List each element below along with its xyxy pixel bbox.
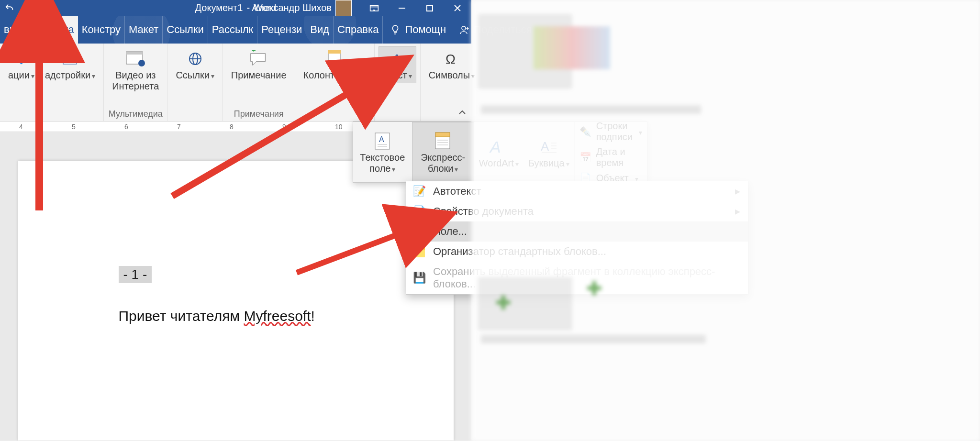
account-area[interactable]: Александр Шихов	[252, 0, 352, 16]
svg-text:Ω: Ω	[445, 52, 456, 66]
tab-mailings[interactable]: Рассылк	[208, 16, 257, 44]
addins-btn[interactable]: адстройки	[41, 46, 100, 83]
qat-customize-icon[interactable]	[21, 1, 34, 15]
svg-rect-2	[427, 5, 433, 11]
collapse-ribbon-icon[interactable]	[457, 108, 468, 118]
organizer-icon: 🗂️	[414, 246, 424, 257]
quick-parts-btn[interactable]: Экспресс- блоки	[412, 122, 474, 182]
headerfooter-icon	[324, 49, 345, 69]
avatar	[335, 0, 352, 16]
body-text[interactable]: Привет читателям Myfreesoft!	[119, 308, 353, 324]
svg-text:+: +	[251, 50, 256, 54]
tab-design[interactable]: Констру	[78, 16, 125, 44]
window-controls	[360, 0, 471, 16]
user-name: Александр Шихов	[252, 2, 332, 13]
group-links: Ссылки	[167, 44, 223, 121]
svg-text:A: A	[379, 135, 384, 143]
tab-layout[interactable]: Макет	[125, 16, 163, 44]
group-text: A Текст	[375, 44, 420, 121]
textbox-icon: A	[372, 130, 393, 152]
undo-icon[interactable]	[3, 1, 16, 15]
svg-rect-16	[328, 50, 341, 54]
field-icon: ▭	[414, 226, 424, 237]
comment-btn[interactable]: + Примечание	[227, 46, 291, 83]
tab-help[interactable]: Справка	[334, 16, 383, 44]
comment-icon: +	[249, 49, 269, 69]
save-block-icon: 💾	[414, 273, 424, 283]
page[interactable]: - 1 - Привет читателям Myfreesoft!	[18, 161, 454, 441]
group-headerfooter: Колонтитулы	[295, 44, 375, 121]
background-blur-area: ✚ ✚	[471, 0, 980, 441]
minimize-icon[interactable]	[388, 0, 416, 16]
svg-point-10	[138, 60, 145, 66]
tab-references[interactable]: Ссылки	[163, 16, 208, 44]
ribbon: 🔷 ации адстройки Видео из Интернета Муль…	[0, 44, 471, 121]
share-icon	[459, 24, 471, 35]
svg-point-7	[71, 52, 78, 59]
symbols-btn[interactable]: Ω Символы	[424, 46, 479, 83]
ribbon-tabs: вная Вставка Констру Макет Ссылки Рассыл…	[0, 16, 471, 44]
maximize-icon[interactable]	[416, 0, 444, 16]
group-media: Видео из Интернета Мультимедиа	[104, 44, 167, 121]
group-label-media: Мультимедиа	[109, 109, 163, 120]
textbox-btn[interactable]: A Текстовое поле	[353, 122, 412, 182]
link-icon	[185, 49, 205, 69]
title-bar: Документ1 - Word Александр Шихов	[0, 0, 471, 16]
omega-icon: Ω	[442, 49, 462, 69]
ribbon-display-icon[interactable]	[360, 0, 388, 16]
addins-icon	[60, 49, 80, 69]
close-icon[interactable]	[444, 0, 471, 16]
tab-view[interactable]: Вид	[306, 16, 334, 44]
text-group-btn[interactable]: A Текст	[379, 46, 416, 83]
autotext-icon: 📝	[414, 186, 424, 197]
online-video-icon	[125, 49, 145, 69]
svg-point-5	[462, 26, 466, 30]
doc-name: Документ1	[195, 2, 243, 13]
svg-rect-24	[435, 132, 450, 137]
quick-parts-icon	[433, 130, 454, 152]
text-icon: A	[387, 49, 407, 69]
page-number-field[interactable]: - 1 -	[119, 266, 152, 283]
illustrations-btn[interactable]: 🔷 ации	[4, 46, 39, 83]
tab-insert[interactable]: Вставка	[31, 16, 78, 44]
tell-me[interactable]: Помощн	[383, 16, 453, 44]
group-comments: + Примечание Примечания	[223, 44, 295, 121]
group-illustr-cut: 🔷 ации адстройки	[0, 44, 104, 121]
lightbulb-icon	[390, 24, 401, 35]
docprop-icon: 📄	[414, 206, 424, 217]
headerfooter-btn[interactable]: Колонтитулы	[299, 46, 371, 83]
group-label-comments: Примечания	[234, 109, 284, 120]
quick-access-toolbar	[0, 1, 34, 15]
tab-review[interactable]: Рецензи	[257, 16, 306, 44]
online-video-btn[interactable]: Видео из Интернета	[108, 46, 163, 94]
links-btn[interactable]: Ссылки	[171, 46, 218, 83]
shapes-icon: 🔷	[11, 49, 31, 69]
svg-text:A: A	[390, 51, 401, 67]
tab-home-cut[interactable]: вная	[0, 16, 31, 44]
svg-rect-9	[126, 52, 143, 55]
